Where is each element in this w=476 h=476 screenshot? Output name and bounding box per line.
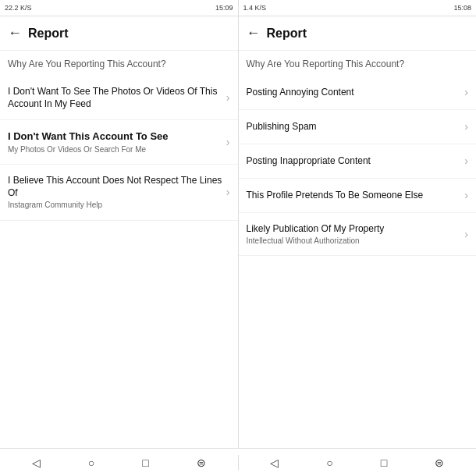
chevron-icon: › [464,120,468,133]
left-screen: ← Report Why Are You Reporting This Acco… [0,16,239,448]
right-item-4-text: This Profile Pretends To Be Someone Else [247,189,462,201]
left-header: ← Report [0,16,238,51]
left-back-button[interactable]: ← [8,25,22,41]
chevron-icon: › [464,155,468,167]
right-header: ← Report [239,16,477,51]
right-time: 15:08 [453,4,471,12]
screens-container: ← Report Why Are You Reporting This Acco… [0,16,476,448]
left-item-2-sub: My Photos Or Videos Or Search For Me [8,144,223,155]
list-item[interactable]: I Believe This Account Does Not Respect … [0,165,238,221]
list-item[interactable]: This Profile Pretends To Be Someone Else… [239,179,477,213]
list-item[interactable]: Publishing Spam › [239,110,477,144]
right-speed: 1.4 K/S [243,4,267,12]
chevron-icon: › [464,189,468,201]
status-left-info: 22.2 K/S [5,4,32,12]
list-item[interactable]: I Don't Want To See The Photos Or Videos… [0,76,238,120]
chevron-icon: › [226,91,230,104]
right-screen: ← Report Why Are You Reporting This Acco… [239,16,477,448]
right-item-5-sub: Intellectual Without Authorization [247,236,462,247]
right-header-title: Report [267,27,307,41]
chevron-icon: › [464,86,468,98]
right-item-5-main: Likely Publication Of My Property [247,222,462,235]
chevron-icon: › [226,186,230,198]
left-item-3-sub: Instagram Community Help [8,200,223,211]
list-item[interactable]: Likely Publication Of My Property Intell… [239,213,477,257]
status-right-info: 1.4 K/S [243,4,267,12]
left-item-1-text: I Don't Want To See The Photos Or Videos… [8,85,223,110]
left-item-3-text: I Believe This Account Does Not Respect … [8,174,223,211]
nav-back-button-right[interactable]: ◁ [265,453,283,472]
left-section-title: Why Are You Reporting This Account? [0,51,238,76]
nav-bar: ◁ ○ □ ⊜ ◁ ○ □ ⊜ [0,448,476,476]
nav-back-button-left[interactable]: ◁ [27,453,45,472]
status-bar-right: 1.4 K/S 15:08 [239,0,477,16]
status-bar-left: 22.2 K/S 15:09 [0,0,238,16]
left-item-2-main: I Don't Want This Account To See [8,130,223,144]
nav-square-button-left[interactable]: □ [137,453,153,472]
list-item[interactable]: Posting Annoying Content › [239,76,477,110]
status-bar: 22.2 K/S 15:09 1.4 K/S 15:08 [0,0,476,16]
left-speed: 22.2 K/S [5,4,32,12]
nav-left: ◁ ○ □ ⊜ [0,453,238,472]
status-right-time-area: 15:08 [453,4,471,12]
chevron-icon: › [464,228,468,240]
status-left-right: 15:09 [215,4,233,12]
right-back-button[interactable]: ← [247,25,261,41]
nav-home-button-right[interactable]: ○ [321,453,337,472]
right-item-3-text: Posting Inappropriate Content [247,155,462,167]
nav-menu-button-right[interactable]: ⊜ [430,453,449,472]
left-header-title: Report [28,27,69,41]
nav-menu-button-left[interactable]: ⊜ [192,453,211,472]
right-section-title: Why Are You Reporting This Account? [239,51,477,76]
right-item-2-text: Publishing Spam [247,120,462,133]
chevron-icon: › [226,136,230,148]
left-time: 15:09 [215,4,233,12]
left-item-3-main: I Believe This Account Does Not Respect … [8,174,223,199]
nav-home-button-left[interactable]: ○ [83,453,99,472]
list-item[interactable]: I Don't Want This Account To See My Phot… [0,120,238,165]
nav-right: ◁ ○ □ ⊜ [239,453,477,472]
left-item-2-text: I Don't Want This Account To See My Phot… [8,130,223,155]
nav-square-button-right[interactable]: □ [376,453,392,472]
right-item-5-text: Likely Publication Of My Property Intell… [247,222,462,247]
list-item[interactable]: Posting Inappropriate Content › [239,144,477,179]
right-item-1-text: Posting Annoying Content [247,86,462,98]
